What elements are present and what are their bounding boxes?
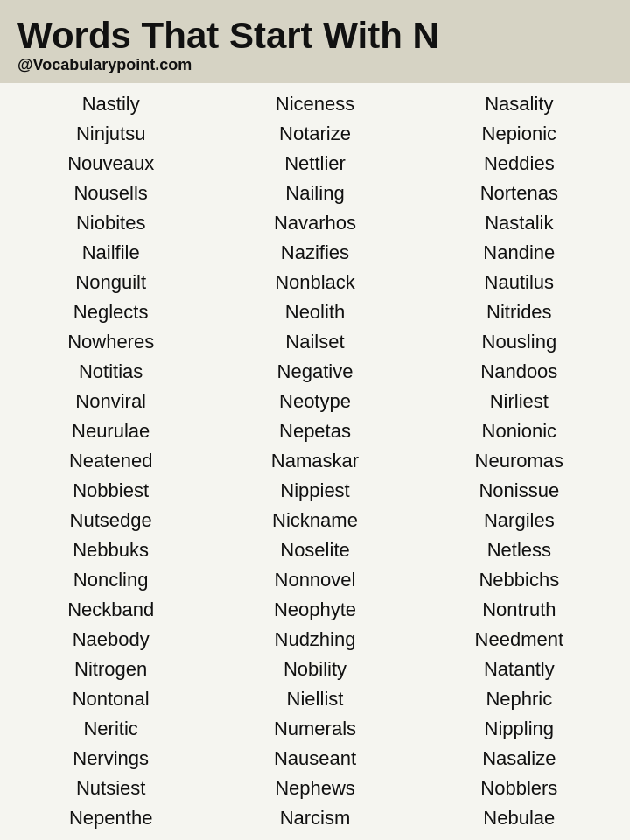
list-item: Namaskar bbox=[213, 447, 416, 475]
list-item: Nonguilt bbox=[9, 269, 213, 297]
list-item: Nirliest bbox=[417, 388, 621, 416]
list-item: Nailfile bbox=[9, 239, 213, 267]
list-item: Naebody bbox=[9, 626, 213, 654]
list-item: Nonviral bbox=[9, 388, 213, 416]
list-item: Nandoos bbox=[417, 358, 621, 386]
list-item: Neophyte bbox=[213, 596, 416, 624]
list-item: Nervings bbox=[9, 745, 213, 773]
list-item: Nortenas bbox=[417, 179, 621, 207]
list-item: Nippiest bbox=[213, 477, 416, 505]
list-item: Neritic bbox=[9, 715, 213, 743]
list-item: Nowheres bbox=[9, 328, 213, 356]
list-item: Nasality bbox=[417, 90, 621, 118]
list-item: Nudzhing bbox=[213, 626, 416, 654]
list-item: Numerals bbox=[213, 715, 416, 743]
list-item: Nepionic bbox=[417, 120, 621, 148]
list-item: Niobites bbox=[9, 209, 213, 237]
list-item: Nitrides bbox=[417, 298, 621, 326]
list-item: Nouveaux bbox=[9, 150, 213, 178]
list-item: Nutsiest bbox=[9, 774, 213, 802]
list-item: Neglects bbox=[9, 298, 213, 326]
list-item: Nebulae bbox=[417, 804, 621, 832]
list-item: Nepetas bbox=[213, 417, 416, 445]
list-item: Natantly bbox=[417, 655, 621, 683]
list-item: Neurulae bbox=[9, 417, 213, 445]
list-item: Nidifies bbox=[213, 834, 416, 840]
list-item: Notarize bbox=[213, 120, 416, 148]
list-item: Nubbiest bbox=[9, 834, 213, 840]
words-container: NastilyNicenessNasalityNinjutsuNotarizeN… bbox=[0, 83, 630, 840]
list-item: Nephric bbox=[417, 685, 621, 713]
list-item: Needment bbox=[417, 626, 621, 654]
list-item: Nonblack bbox=[213, 269, 416, 297]
list-item: Nauseant bbox=[213, 745, 416, 773]
list-item: Nippling bbox=[417, 715, 621, 743]
words-grid: NastilyNicenessNasalityNinjutsuNotarizeN… bbox=[9, 90, 621, 840]
list-item: Nubilose bbox=[417, 834, 621, 840]
list-item: Nontonal bbox=[9, 685, 213, 713]
list-item: Nonissue bbox=[417, 477, 621, 505]
list-item: Nettlier bbox=[213, 150, 416, 178]
list-item: Nutsedge bbox=[9, 507, 213, 535]
header-subtitle: @Vocabularypoint.com bbox=[18, 56, 612, 74]
list-item: Nousells bbox=[9, 179, 213, 207]
list-item: Noncling bbox=[9, 566, 213, 594]
list-item: Neuromas bbox=[417, 447, 621, 475]
list-item: Nautilus bbox=[417, 269, 621, 297]
list-item: Nobblers bbox=[417, 774, 621, 802]
list-item: Neatened bbox=[9, 447, 213, 475]
list-item: Nonionic bbox=[417, 417, 621, 445]
list-item: Nontruth bbox=[417, 596, 621, 624]
list-item: Nepenthe bbox=[9, 804, 213, 832]
list-item: Nailing bbox=[213, 179, 416, 207]
list-item: Niellist bbox=[213, 685, 416, 713]
list-item: Nasalize bbox=[417, 745, 621, 773]
list-item: Niceness bbox=[213, 90, 416, 118]
page-title: Words That Start With N bbox=[18, 16, 612, 56]
list-item: Nonnovel bbox=[213, 566, 416, 594]
list-item: Nargiles bbox=[417, 507, 621, 535]
list-item: Nephews bbox=[213, 774, 416, 802]
list-item: Nobility bbox=[213, 655, 416, 683]
list-item: Nebbichs bbox=[417, 566, 621, 594]
list-item: Neckband bbox=[9, 596, 213, 624]
list-item: Nitrogen bbox=[9, 655, 213, 683]
list-item: Nailset bbox=[213, 328, 416, 356]
list-item: Nickname bbox=[213, 507, 416, 535]
list-item: Nobbiest bbox=[9, 477, 213, 505]
list-item: Nazifies bbox=[213, 239, 416, 267]
list-item: Nousling bbox=[417, 328, 621, 356]
list-item: Netless bbox=[417, 536, 621, 564]
list-item: Neolith bbox=[213, 298, 416, 326]
header: Words That Start With N @Vocabularypoint… bbox=[0, 0, 630, 83]
list-item: Nandine bbox=[417, 239, 621, 267]
list-item: Navarhos bbox=[213, 209, 416, 237]
list-item: Neotype bbox=[213, 388, 416, 416]
list-item: Nastalik bbox=[417, 209, 621, 237]
list-item: Noselite bbox=[213, 536, 416, 564]
list-item: Neddies bbox=[417, 150, 621, 178]
list-item: Notitias bbox=[9, 358, 213, 386]
list-item: Nastily bbox=[9, 90, 213, 118]
list-item: Narcism bbox=[213, 804, 416, 832]
list-item: Ninjutsu bbox=[9, 120, 213, 148]
list-item: Negative bbox=[213, 358, 416, 386]
list-item: Nebbuks bbox=[9, 536, 213, 564]
